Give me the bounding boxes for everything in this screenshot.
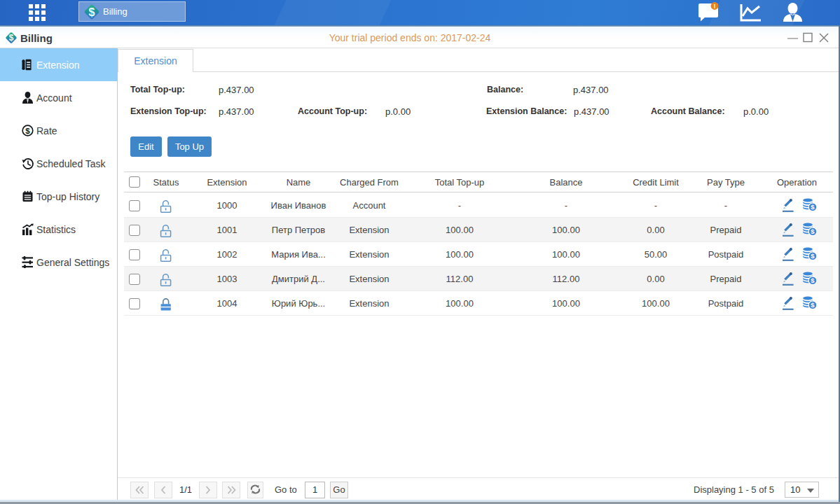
svg-text:!: !	[714, 3, 716, 10]
svg-text:$: $	[811, 301, 815, 309]
svg-text:$: $	[811, 203, 815, 211]
svg-text:$: $	[811, 276, 815, 284]
svg-text:$: $	[25, 127, 30, 135]
svg-text:$: $	[811, 227, 815, 235]
svg-text:$: $	[811, 252, 815, 260]
svg-text:$: $	[89, 6, 95, 18]
